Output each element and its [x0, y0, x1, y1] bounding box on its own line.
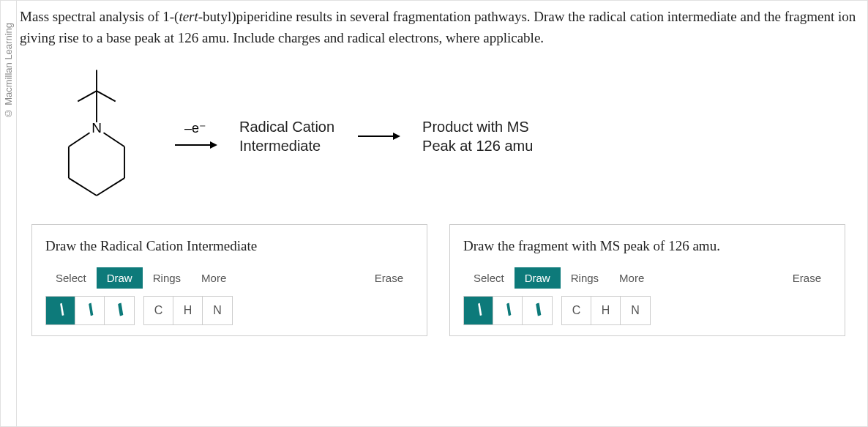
arrow-icon	[173, 138, 217, 152]
question-text: Mass spectral analysis of 1-(tert-butyl)…	[20, 7, 857, 48]
hydrogen-button[interactable]: H	[173, 297, 203, 324]
intermediate-label-line2: Intermediate	[239, 136, 334, 155]
svg-line-2	[97, 91, 116, 101]
electron-loss-label: –e⁻	[184, 120, 206, 136]
hydrogen-button[interactable]: H	[591, 297, 621, 324]
rings-tab[interactable]: Rings	[143, 267, 191, 289]
single-bond-icon: /	[57, 302, 64, 320]
svg-line-8	[69, 178, 97, 196]
svg-line-4	[69, 133, 90, 146]
svg-line-5	[104, 133, 125, 146]
draw-tab[interactable]: Draw	[97, 267, 143, 289]
svg-line-9	[97, 178, 124, 196]
nitrogen-button[interactable]: N	[621, 297, 650, 324]
toolbar-tabs-left: Select Draw Rings More	[45, 267, 236, 289]
carbon-button[interactable]: C	[144, 297, 173, 324]
toolbar-row2-right: / // /// C H N	[463, 296, 831, 325]
single-bond-button[interactable]: /	[464, 297, 493, 324]
more-tab[interactable]: More	[191, 267, 236, 289]
toolbar-row2-left: / // /// C H N	[45, 296, 414, 325]
single-bond-button[interactable]: /	[46, 297, 75, 324]
erase-button[interactable]: Erase	[782, 267, 831, 289]
select-tab[interactable]: Select	[45, 267, 97, 289]
arrow-group-1: –e⁻	[173, 120, 217, 152]
product-label-line1: Product with MS	[422, 117, 533, 136]
drawing-panel-left: Draw the Radical Cation Intermediate Sel…	[31, 224, 427, 336]
arrow-group-2	[356, 129, 400, 144]
product-label: Product with MS Peak at 126 amu	[422, 117, 533, 155]
carbon-button[interactable]: C	[562, 297, 591, 324]
reaction-scheme: N –e⁻ Radical Catio	[20, 56, 857, 224]
drawing-panels: Draw the Radical Cation Intermediate Sel…	[20, 224, 857, 336]
bond-group-right: / // ///	[463, 296, 553, 325]
molecule-structure: N	[42, 63, 151, 209]
question-italic: tert	[179, 9, 198, 24]
triple-bond-icon: ///	[115, 301, 124, 320]
svg-line-1	[78, 91, 97, 101]
nitrogen-button[interactable]: N	[203, 297, 232, 324]
arrow-icon	[356, 129, 400, 144]
bond-group-left: / // ///	[45, 296, 135, 325]
atom-group-right: C H N	[561, 296, 651, 325]
intermediate-label-line1: Radical Cation	[239, 117, 334, 136]
copyright-sidebar: © Macmillan Learning	[1, 1, 17, 426]
draw-tab[interactable]: Draw	[515, 267, 561, 289]
copyright-text: © Macmillan Learning	[3, 23, 14, 119]
intermediate-label: Radical Cation Intermediate	[239, 117, 334, 155]
erase-button[interactable]: Erase	[364, 267, 414, 289]
drawing-panel-right: Draw the fragment with MS peak of 126 am…	[449, 224, 845, 336]
double-bond-icon: //	[86, 301, 94, 319]
more-tab[interactable]: More	[609, 267, 654, 289]
panel-title-right: Draw the fragment with MS peak of 126 am…	[463, 238, 831, 254]
question-prefix: Mass spectral analysis of 1-(	[20, 9, 179, 24]
double-bond-button[interactable]: //	[493, 297, 523, 324]
toolbar-row1-left: Select Draw Rings More Erase	[45, 267, 414, 289]
triple-bond-icon: ///	[533, 301, 542, 320]
main-container: © Macmillan Learning Mass spectral analy…	[0, 0, 868, 427]
double-bond-icon: //	[504, 301, 512, 319]
double-bond-button[interactable]: //	[75, 297, 105, 324]
select-tab[interactable]: Select	[463, 267, 515, 289]
product-label-line2: Peak at 126 amu	[422, 136, 533, 155]
svg-marker-13	[393, 133, 400, 140]
svg-marker-11	[210, 141, 217, 149]
rings-tab[interactable]: Rings	[561, 267, 609, 289]
content-area: Mass spectral analysis of 1-(tert-butyl)…	[17, 1, 867, 426]
triple-bond-button[interactable]: ///	[523, 297, 552, 324]
toolbar-row1-right: Select Draw Rings More Erase	[463, 267, 831, 289]
nitrogen-label: N	[91, 120, 102, 135]
toolbar-tabs-right: Select Draw Rings More	[463, 267, 654, 289]
atom-group-left: C H N	[143, 296, 233, 325]
single-bond-icon: /	[475, 302, 482, 320]
triple-bond-button[interactable]: ///	[105, 297, 134, 324]
panel-title-left: Draw the Radical Cation Intermediate	[45, 238, 414, 254]
